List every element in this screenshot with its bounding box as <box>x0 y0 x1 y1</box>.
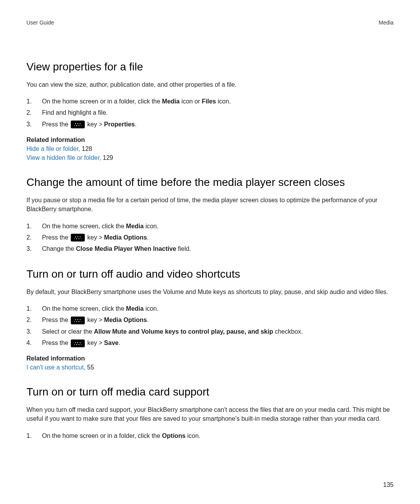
link-view-hidden[interactable]: View a hidden file or folder, <box>26 154 101 161</box>
page-header: User Guide Media <box>26 19 394 26</box>
step-item: Press the key > Properties. <box>26 119 394 130</box>
intro-text: If you pause or stop a media file for a … <box>26 196 394 214</box>
step-item: On the home screen or in a folder, click… <box>26 430 394 441</box>
link-cant-use-shortcut[interactable]: I can't use a shortcut, <box>26 364 86 371</box>
related-info-heading: Related information <box>26 355 394 362</box>
heading-shortcuts: Turn on or turn off audio and video shor… <box>26 268 394 280</box>
related-link-line: View a hidden file or folder, 129 <box>26 153 394 162</box>
related-links: Hide a file or folder, 128 View a hidden… <box>26 144 394 162</box>
step-item: On the home screen, click the Media icon… <box>26 303 394 314</box>
heading-change-time: Change the amount of time before the med… <box>26 176 394 189</box>
step-item: Change the Close Media Player When Inact… <box>26 243 394 254</box>
link-page-ref: 128 <box>80 145 92 152</box>
step-item: Press the key > Media Options. <box>26 232 394 243</box>
steps-list: On the home screen or in a folder, click… <box>26 430 394 441</box>
related-link-line: I can't use a shortcut, 55 <box>26 363 394 372</box>
related-links: I can't use a shortcut, 55 <box>26 363 394 372</box>
header-left: User Guide <box>26 19 54 26</box>
blackberry-key-icon <box>71 234 85 242</box>
steps-list: On the home screen, click the Media icon… <box>26 221 394 254</box>
section-change-time: Change the amount of time before the med… <box>26 176 394 254</box>
header-right: Media <box>379 19 394 26</box>
step-item: Select or clear the Allow Mute and Volum… <box>26 326 394 337</box>
steps-list: On the home screen, click the Media icon… <box>26 303 394 348</box>
link-hide-file[interactable]: Hide a file or folder, <box>26 145 80 152</box>
page-number: 135 <box>383 481 394 488</box>
heading-view-properties: View properties for a file <box>26 61 394 73</box>
section-audio-video-shortcuts: Turn on or turn off audio and video shor… <box>26 268 394 372</box>
section-view-properties: View properties for a file You can view … <box>26 61 394 162</box>
steps-list: On the home screen or in a folder, click… <box>26 96 394 130</box>
intro-text: You can view the size, author, publicati… <box>26 80 394 89</box>
step-item: On the home screen or in a folder, click… <box>26 96 394 107</box>
related-link-line: Hide a file or folder, 128 <box>26 144 394 153</box>
heading-media-card: Turn on or turn off media card support <box>26 386 394 398</box>
section-media-card-support: Turn on or turn off media card support W… <box>26 386 394 441</box>
blackberry-key-icon <box>71 317 85 324</box>
step-item: On the home screen, click the Media icon… <box>26 221 394 231</box>
blackberry-key-icon <box>71 121 85 128</box>
step-item: Find and highlight a file. <box>26 107 394 118</box>
link-page-ref: 129 <box>101 154 113 161</box>
blackberry-key-icon <box>71 340 85 347</box>
related-info-heading: Related information <box>26 136 394 144</box>
intro-text: By default, your BlackBerry smartphone u… <box>26 287 394 296</box>
intro-text: When you turn off media card support, yo… <box>26 405 394 423</box>
step-item: Press the key > Save. <box>26 338 394 348</box>
link-page-ref: 55 <box>86 364 94 371</box>
step-item: Press the key > Media Options. <box>26 315 394 325</box>
